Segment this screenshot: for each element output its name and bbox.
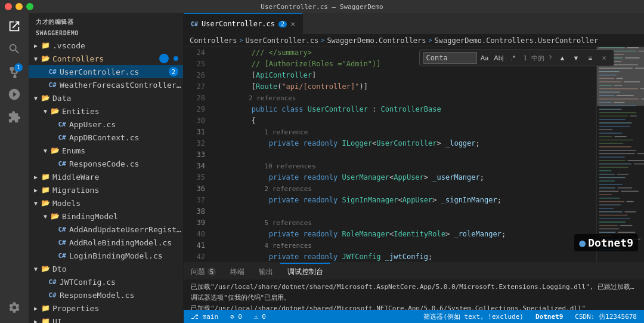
sidebar-item-enums[interactable]: ▼ 📂 Enums [29, 144, 183, 157]
collapse-arrow: ▼ [41, 106, 50, 116]
code-line: 10 references [212, 161, 596, 172]
sidebar-item-entities[interactable]: ▼ 📂 Entities [29, 104, 183, 118]
match-word-button[interactable]: Ab| [493, 52, 506, 64]
folder-icon: 📂 [50, 106, 60, 116]
sidebar-item-bindingmodel[interactable]: ▼ 📂 BindingModel [29, 210, 183, 223]
find-close-button[interactable]: × [598, 52, 610, 64]
cs-file-icon: C# [57, 133, 67, 142]
extensions-icon[interactable] [4, 106, 25, 128]
breadcrumb-file[interactable]: UserController.cs [246, 36, 319, 45]
status-branch[interactable]: ⎇ main [188, 310, 221, 323]
sidebar-item-properties[interactable]: ▶ 📁 Properties [29, 302, 183, 315]
sidebar-item-ui[interactable]: ▶ 📁 UI [29, 315, 183, 323]
code-line: 2 references [212, 183, 596, 195]
collapse-arrow: ▶ [31, 41, 41, 50]
status-csdn[interactable]: CSDN: 仿12345678 [572, 310, 639, 323]
code-line: private readonly UserManager<AppUser> _u… [212, 172, 596, 183]
badge [159, 54, 169, 63]
debug-icon[interactable] [4, 84, 25, 105]
sidebar-item-appuser[interactable]: C# AppUser.cs [29, 118, 183, 131]
use-regex-button[interactable]: .* [507, 52, 520, 64]
close-button[interactable] [5, 3, 12, 10]
sidebar-item-appdbcontext[interactable]: C# AppDBContext.cs [29, 131, 183, 144]
sidebar-item-usercontroller[interactable]: C# UserController.cs 2 [29, 65, 183, 78]
bottom-panel: 问题 5 终端 输出 调试控制台 已加载"/usr/local/share/do… [184, 262, 644, 310]
sidebar-item-responsemodel[interactable]: C# ResponseModel.cs [29, 288, 183, 302]
sidebar-item-responsecode[interactable]: C# ResponseCode.cs [29, 157, 183, 170]
sidebar-item-addrolemodel[interactable]: C# AddRoleBindingModel.cs [29, 236, 183, 249]
match-case-button[interactable]: Aa [478, 52, 491, 64]
watermark: ● Dotnet9 [574, 234, 638, 251]
panel-tab-output[interactable]: 输出 [252, 263, 280, 279]
folder-icon: 📂 [41, 264, 50, 273]
folder-icon: 📂 [41, 198, 50, 208]
sidebar-item-addupdatemodel[interactable]: C# AddAndUpdateUserrRegisterBindingModel… [29, 223, 183, 236]
find-widget: Aa Ab| .* 1 中的 ? ▲ ▼ ≡ × [419, 50, 615, 66]
collapse-arrow: ▶ [31, 172, 41, 182]
sidebar-item-jwtconfig[interactable]: C# JWTConfig.cs [29, 275, 183, 288]
status-warnings[interactable]: ⚠ 0 [252, 310, 268, 323]
find-next-button[interactable]: ▼ [569, 52, 583, 64]
breadcrumb-class[interactable]: SwaggerDemo.Controllers.UserController [435, 36, 599, 45]
cs-file-icon: C# [57, 119, 67, 129]
folder-icon: 📂 [41, 93, 50, 103]
panel-tab-terminal[interactable]: 终端 [223, 263, 252, 279]
breadcrumb-controllers[interactable]: Controllers [190, 36, 237, 45]
source-control-icon[interactable]: 1 [4, 61, 25, 82]
tab-usercontroller[interactable]: C# UserController.cs 2 × [184, 13, 303, 34]
sidebar-item-migrations[interactable]: ▶ 📁 Migrations [29, 183, 183, 196]
status-errors[interactable]: ⊘ 0 [228, 310, 244, 323]
breadcrumb-namespace[interactable]: SwaggerDemo.Controllers [327, 36, 426, 45]
line-numbers: 24 25 26 27 28 29 30 31 32 33 34 35 36 3… [184, 47, 212, 262]
search-icon[interactable] [4, 38, 25, 60]
traffic-lights [5, 3, 33, 10]
status-left: ⎇ main ⊘ 0 ⚠ 0 [188, 310, 268, 323]
find-prev-button[interactable]: ▲ [556, 52, 569, 64]
panel-tab-problems[interactable]: 问题 5 [184, 263, 223, 279]
settings-icon[interactable] [4, 297, 25, 318]
sidebar-item-weathercontroller[interactable]: C# WeatherForecastController.cs [29, 78, 183, 91]
status-right: 筛选器(例如 text, !exclude) Dotnet9 CSDN: 仿12… [421, 310, 639, 323]
sidebar-item-controllers[interactable]: ▼ 📂 Controllers [29, 52, 183, 65]
tab-icon: C# [191, 21, 198, 27]
cs-file-icon: C# [48, 80, 57, 90]
sidebar-item-dto[interactable]: ▼ 📂 Dto [29, 262, 183, 275]
folder-icon: 📁 [41, 303, 50, 313]
cs-file-icon: C# [57, 159, 67, 168]
code-line: private readonly JWTConfig _jwtConfig; [212, 251, 596, 262]
status-bar: ⎇ main ⊘ 0 ⚠ 0 筛选器(例如 text, !exclude) Do… [184, 310, 644, 323]
sidebar-item-data[interactable]: ▼ 📂 Data [29, 91, 183, 104]
folder-icon: 📂 [50, 146, 60, 155]
code-line: private readonly RoleManager<IdentityRol… [212, 229, 596, 240]
collapse-arrow: ▼ [31, 264, 41, 273]
cs-file-icon: C# [48, 290, 57, 300]
folder-icon: 📂 [50, 211, 60, 221]
code-content[interactable]: /// </summary> // [Authorize(Roles ="Adm… [212, 47, 596, 262]
collapse-arrow: ▼ [41, 211, 50, 221]
sidebar-item-models[interactable]: ▼ 📂 Models [29, 196, 183, 210]
file-badge: 2 [169, 67, 178, 76]
sidebar-item-vscode[interactable]: ▶ 📁 .vscode [29, 39, 183, 52]
maximize-button[interactable] [26, 3, 33, 10]
code-line: 4 references [212, 240, 596, 251]
minimize-button[interactable] [16, 3, 23, 10]
watermark-text: Dotnet9 [588, 236, 633, 249]
editor-area: C# UserController.cs 2 × Controllers > U… [184, 13, 644, 323]
status-dotnet9[interactable]: Dotnet9 [533, 310, 565, 323]
folder-icon: 📁 [41, 41, 50, 50]
cs-file-icon: C# [57, 251, 67, 260]
problem-count: 5 [208, 267, 216, 276]
explorer-icon[interactable] [4, 16, 25, 37]
sidebar-item-loginmodel[interactable]: C# LoginBindingModel.cs [29, 249, 183, 262]
sidebar-item-middleware[interactable]: ▶ 📁 MiddleWare [29, 170, 183, 183]
code-line: public class UserController : Controller… [212, 104, 596, 115]
panel-tab-debug[interactable]: 调试控制台 [280, 263, 330, 279]
status-filter[interactable]: 筛选器(例如 text, !exclude) [421, 310, 526, 323]
code-line: private readonly ILogger<UserController>… [212, 138, 596, 149]
find-input[interactable] [423, 52, 477, 64]
find-toggle-button[interactable]: ≡ [584, 52, 597, 64]
tab-close-icon[interactable]: × [290, 19, 295, 29]
cs-file-icon: C# [48, 277, 57, 287]
code-line: 2 references [212, 93, 596, 104]
collapse-arrow: ▼ [31, 93, 41, 103]
